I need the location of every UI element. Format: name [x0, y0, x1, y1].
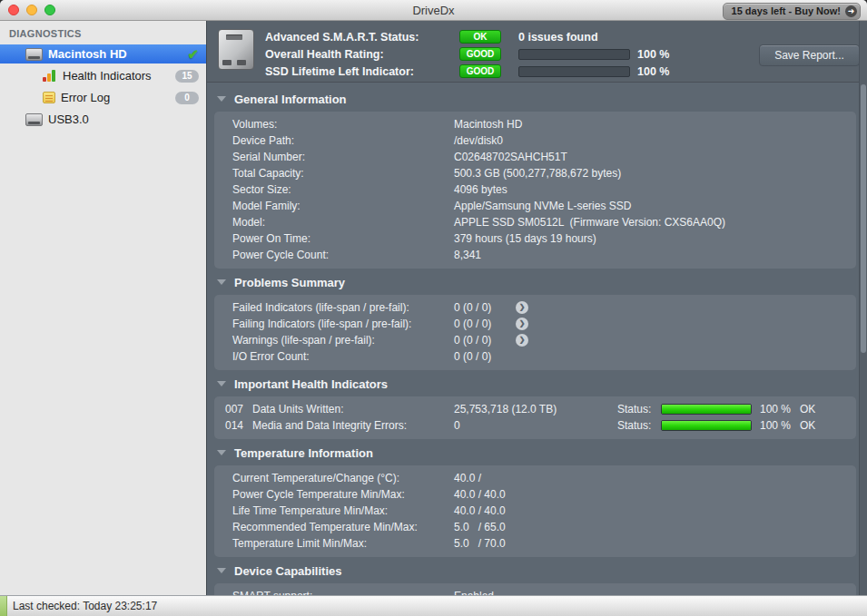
detail-arrow-button[interactable]: ❯ — [516, 334, 528, 347]
row-value: 500.3 GB (500,277,788,672 bytes) — [454, 167, 621, 180]
info-row: I/O Error Count:0 (0 / 0) — [214, 348, 856, 365]
indicator-value: 0 — [454, 419, 617, 432]
status-bar: Last checked: Today 23:25:17 — [0, 595, 867, 616]
sidebar-item-macintosh-hd[interactable]: Macintosh HD ✔ — [0, 44, 206, 64]
sidebar-item-error-log[interactable]: Error Log 0 — [0, 88, 206, 107]
row-label: Current Temperature/Change (°C): — [232, 472, 454, 484]
disclosure-triangle-icon[interactable] — [217, 450, 226, 455]
progress-percent: 100 % — [637, 48, 669, 61]
section-title: Problems Summary — [234, 276, 345, 289]
section-header: Problems Summary — [207, 273, 858, 291]
summary-label: Overall Health Rating: — [265, 48, 459, 61]
sidebar-item-label: Health Indicators — [63, 69, 152, 83]
sidebar-item-label: USB3.0 — [48, 112, 89, 126]
scrollbar-thumb[interactable] — [861, 84, 866, 353]
row-value: Apple/Samsung NVMe L-series SSD — [454, 200, 631, 212]
summary-label: SSD Lifetime Left Indicator: — [265, 65, 459, 78]
close-button[interactable] — [8, 5, 19, 15]
section-box: 007Data Units Written:25,753,718 (12.0 T… — [214, 396, 856, 439]
summary-row-smart-status: Advanced S.M.A.R.T. Status: OK 0 issues … — [265, 28, 669, 45]
status-progress-bar — [661, 404, 752, 415]
summary-label: Advanced S.M.A.R.T. Status: — [265, 31, 459, 44]
row-value: Macintosh HD — [454, 118, 522, 131]
progress-bar — [518, 66, 630, 77]
status-text: OK — [800, 419, 815, 432]
status-progress-bar — [661, 420, 752, 431]
scrollbar-track[interactable] — [859, 21, 867, 595]
info-row: Failing Indicators (life-span / pre-fail… — [214, 316, 856, 332]
disclosure-triangle-icon[interactable] — [217, 381, 226, 386]
row-value: 379 hours (15 days 19 hours) — [454, 232, 596, 245]
sidebar-item-label: Error Log — [61, 91, 110, 104]
info-row: Sector Size:4096 bytes — [214, 181, 856, 198]
disclosure-triangle-icon[interactable] — [217, 279, 226, 285]
internal-drive-icon — [218, 29, 254, 70]
row-label: Failed Indicators (life-span / pre-fail)… — [232, 301, 454, 314]
row-label: Sector Size: — [232, 183, 454, 196]
detail-arrow-button[interactable]: ❯ — [516, 301, 528, 314]
section-title: Temperature Information — [234, 446, 373, 460]
section-header: Device Capabilities — [207, 562, 858, 580]
main-area: DIAGNOSTICS Macintosh HD ✔ Health Indica… — [0, 21, 867, 595]
sidebar-item-label: Macintosh HD — [48, 47, 127, 61]
section-header: Temperature Information — [207, 444, 858, 462]
health-bars-icon — [43, 70, 57, 82]
traffic-lights — [8, 5, 55, 15]
info-row: Volumes:Macintosh HD — [214, 116, 856, 132]
row-value: C02648702SAHCH51T — [454, 151, 567, 163]
last-checked-text: Last checked: Today 23:25:17 — [13, 600, 157, 612]
sections: General InformationVolumes:Macintosh HDD… — [207, 83, 867, 595]
row-label: Temperature Limit Min/Max: — [232, 537, 454, 550]
row-label: Recommended Temperature Min/Max: — [232, 521, 454, 533]
info-row: Total Capacity:500.3 GB (500,277,788,672… — [214, 165, 856, 181]
row-value: 0 (0 / 0) — [454, 301, 508, 314]
section-title: Important Health Indicators — [234, 377, 388, 391]
row-label: Serial Number: — [232, 151, 454, 163]
indicator-label: Data Units Written: — [252, 403, 454, 416]
status-progress-fill — [662, 421, 751, 430]
row-label: Failing Indicators (life-span / pre-fail… — [232, 318, 454, 330]
row-value: 4096 bytes — [454, 183, 507, 196]
sidebar-item-health-indicators[interactable]: Health Indicators 15 — [0, 66, 206, 85]
error-log-icon — [43, 92, 55, 103]
save-report-button[interactable]: Save Report... — [759, 44, 860, 66]
disclosure-triangle-icon[interactable] — [217, 96, 226, 102]
info-row: Serial Number:C02648702SAHCH51T — [214, 149, 856, 165]
indicator-value: 25,753,718 (12.0 TB) — [454, 403, 617, 416]
sidebar-item-usb3[interactable]: USB3.0 — [0, 110, 206, 129]
drive-icon — [25, 48, 43, 61]
buy-now-button[interactable]: 15 days left - Buy Now! ➜ — [723, 3, 861, 20]
indicator-id: 014 — [225, 419, 252, 432]
row-label: Model Family: — [232, 200, 454, 212]
health-indicator-row: 014Media and Data Integrity Errors:0Stat… — [214, 417, 856, 434]
row-value: 0 (0 / 0) — [454, 318, 508, 330]
info-row: Recommended Temperature Min/Max:5.0 / 65… — [214, 519, 856, 535]
section-header: Important Health Indicators — [207, 375, 858, 393]
section-box: Current Temperature/Change (°C):40.0 /Po… — [214, 465, 856, 557]
sidebar: DIAGNOSTICS Macintosh HD ✔ Health Indica… — [0, 21, 207, 595]
health-indicator-strip — [0, 596, 7, 616]
status-progress-fill — [662, 405, 751, 414]
row-value: 0 (0 / 0) — [454, 334, 508, 347]
row-label: Power Cycle Count: — [232, 249, 454, 261]
indicator-label: Media and Data Integrity Errors: — [252, 419, 454, 432]
disclosure-triangle-icon[interactable] — [217, 568, 226, 573]
row-value: APPLE SSD SM0512L (Firmware Version: CXS… — [454, 216, 725, 229]
detail-arrow-button[interactable]: ❯ — [516, 318, 528, 330]
zoom-button[interactable] — [44, 5, 55, 15]
section-title: Device Capabilities — [234, 564, 342, 578]
info-row: Temperature Limit Min/Max:5.0 / 70.0 — [214, 535, 856, 552]
section-title: General Information — [234, 93, 347, 106]
row-value: 5.0 / 70.0 — [454, 537, 506, 550]
progress-bar — [518, 49, 630, 60]
health-indicator-row: 007Data Units Written:25,753,718 (12.0 T… — [214, 401, 856, 417]
drive-icon — [25, 113, 43, 126]
status-percent: 100 % — [760, 419, 800, 432]
info-row: Warnings (life-span / pre-fail):0 (0 / 0… — [214, 332, 856, 348]
minimize-button[interactable] — [26, 5, 37, 15]
row-label: I/O Error Count: — [232, 350, 454, 363]
row-value: /dev/disk0 — [454, 134, 503, 147]
summary-rows: Advanced S.M.A.R.T. Status: OK 0 issues … — [265, 28, 669, 82]
indicator-id: 007 — [225, 403, 252, 416]
info-row: SMART support:Enabled — [214, 588, 856, 595]
